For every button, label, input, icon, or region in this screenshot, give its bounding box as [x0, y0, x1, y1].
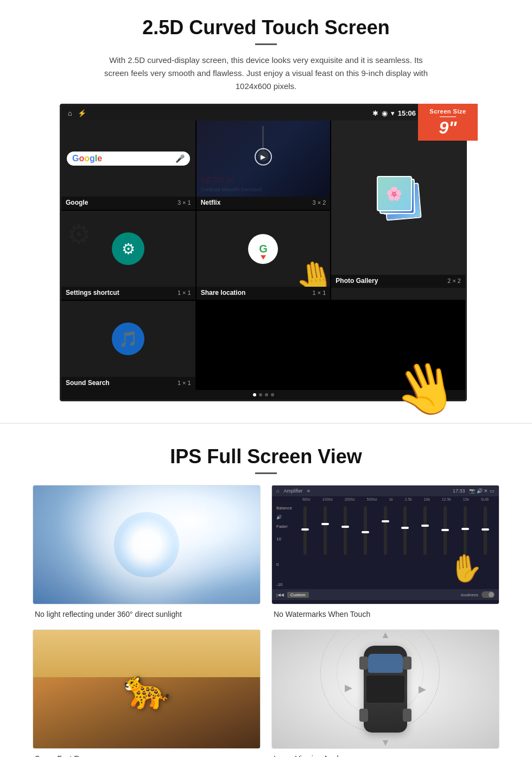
- photo-stack: 🌸: [377, 176, 420, 219]
- section2-divider: [255, 472, 277, 474]
- app-cell-netflix[interactable]: ▶ NETFLIX Continue Marvel's Daredevil Ne…: [197, 121, 331, 210]
- app-cell-sound-search[interactable]: 🎵 Sound Search 1 × 1: [61, 301, 195, 390]
- share-loc-app-size: 1 × 1: [313, 289, 326, 296]
- eq-bar-3: [336, 506, 354, 555]
- touch-hand-overlay: 🤚: [292, 256, 331, 287]
- eq-bar-5: [376, 506, 395, 555]
- share-loc-bg: G 🤚: [197, 211, 331, 287]
- section2-title: IPS Full Screen View: [33, 445, 499, 468]
- amplifier-visual: ⌂ Amplifier ≡ 17:33 📷 🔊 ✕ ▭ 60hz100hz200…: [272, 485, 499, 604]
- status-time: 15:06: [398, 109, 416, 117]
- section-ips: IPS Full Screen View No light reflecting…: [0, 434, 532, 757]
- gear-icon: ⚙: [122, 240, 135, 258]
- gallery-app-name: Photo Gallery: [335, 277, 378, 285]
- netflix-app-size: 3 × 2: [313, 199, 326, 206]
- feature-grid: No light reflecting under 360° direct su…: [33, 485, 499, 757]
- sound-search-inner: 🎵: [61, 301, 195, 377]
- sunlight-visual: [33, 485, 260, 604]
- amp-eq-area: Balance 🔊 Fader 10 0 -10: [272, 501, 499, 589]
- settings-label-row: Settings shortcut 1 × 1: [61, 287, 195, 300]
- eq-bar-8: [436, 506, 454, 555]
- amp-time: 17:33: [453, 488, 465, 494]
- google-search-bar[interactable]: Google 🎤: [67, 152, 190, 166]
- location-icon: ◉: [382, 109, 388, 117]
- amplifier-label: No Watermarks When Touch: [271, 610, 499, 619]
- microphone-icon: 🎤: [175, 154, 185, 163]
- amp-bottom: |◀◀ Custom loudness: [272, 589, 499, 600]
- cheetah-label: Super Fast Response: [33, 754, 261, 757]
- eq-bar-6: [396, 506, 415, 555]
- custom-button[interactable]: Custom: [287, 592, 309, 598]
- google-app-name: Google: [66, 199, 88, 206]
- settings-bg: ⚙ ⚙: [61, 211, 195, 287]
- eq-bars: [296, 506, 495, 555]
- section-curved-touch: 2.5D Curved Touch Screen With 2.5D curve…: [0, 0, 532, 412]
- section1-description: With 2.5D curved-display screen, this de…: [103, 54, 429, 93]
- feature-car: ▲ ▶ ▲ ◀ Large Viewing Angle: [271, 629, 499, 757]
- car-wheel-br: [403, 709, 411, 722]
- car-arrow-right: ▶: [419, 683, 426, 695]
- amp-levels: 10: [276, 537, 294, 541]
- dot-4: [271, 393, 274, 396]
- eq-bar-2: [316, 506, 334, 555]
- app-cell-share-location[interactable]: G 🤚 Share location 1 × 1: [197, 211, 331, 300]
- sunlight-label: No light reflecting under 360° direct su…: [33, 610, 261, 619]
- netflix-bg: ▶ NETFLIX Continue Marvel's Daredevil: [197, 121, 331, 197]
- netflix-app-name: Netflix: [201, 199, 221, 206]
- car-body: [364, 646, 407, 733]
- google-app-inner: Google 🎤: [61, 121, 195, 197]
- section1-divider: [255, 43, 277, 45]
- bluetooth-icon: ✱: [372, 109, 378, 117]
- car-top-view: ▲ ▶ ▲ ◀: [364, 646, 407, 733]
- car-arrow-left: ◀: [345, 683, 352, 695]
- cheetah-visual: 🐆: [33, 630, 260, 748]
- amp-title: Amplifier: [283, 488, 302, 494]
- google-app-size: 3 × 1: [178, 199, 191, 206]
- dot-2: [259, 393, 262, 396]
- dot-1: [253, 393, 256, 396]
- car-windshield: [368, 654, 403, 673]
- netflix-play-button[interactable]: ▶: [255, 148, 272, 166]
- share-location-inner: G 🤚: [197, 211, 331, 287]
- android-screen: ⌂ ⚡ ✱ ◉ ▾ 15:06 📷 🔊 ✕ ▭: [60, 104, 467, 401]
- eq-bar-9: [456, 506, 474, 555]
- eq-hand-icon: ✋: [448, 551, 484, 585]
- amp-icons: 📷 🔊 ✕ ▭: [469, 488, 495, 494]
- settings-app-name: Settings shortcut: [66, 289, 119, 297]
- section-divider: [0, 423, 532, 424]
- app-cell-gallery[interactable]: 🌸 Photo Gallery 2 × 2: [331, 121, 465, 300]
- badge-size: 9": [426, 119, 470, 136]
- car-wheel-bl: [359, 709, 368, 722]
- amp-home-icon: ⌂: [276, 488, 279, 494]
- pagination-dots: [61, 390, 465, 400]
- car-arrow-top: ▲: [381, 629, 390, 641]
- status-bar-left: ⌂ ⚡: [68, 109, 86, 117]
- feature-amplifier: ⌂ Amplifier ≡ 17:33 📷 🔊 ✕ ▭ 60hz100hz200…: [271, 485, 499, 619]
- amp-header: ⌂ Amplifier ≡ 17:33 📷 🔊 ✕ ▭: [272, 485, 499, 496]
- device-wrapper: Screen Size 9" ⌂ ⚡ ✱ ◉ ▾ 15:06 📷: [33, 104, 499, 401]
- app-cell-settings[interactable]: ⚙ ⚙ Settings shortcut 1 × 1: [61, 211, 195, 300]
- gallery-bg: 🌸: [331, 121, 465, 275]
- car-image: ▲ ▶ ▲ ◀: [271, 629, 499, 749]
- google-search: Google 🎤: [61, 141, 195, 176]
- app-cell-google[interactable]: Google 🎤 Google 3 × 1: [61, 121, 195, 210]
- loudness-toggle[interactable]: [482, 591, 495, 598]
- gallery-app-size: 2 × 2: [447, 277, 461, 284]
- google-maps-icon: G: [248, 234, 278, 264]
- eq-bar-7: [416, 506, 434, 555]
- car-wheel-tl: [359, 657, 368, 670]
- car-roof: [366, 676, 404, 703]
- cheetah-image: 🐆: [33, 629, 261, 749]
- eq-bar-10: [476, 506, 495, 555]
- screen-size-badge: Screen Size 9": [418, 104, 478, 141]
- settings-circle: ⚙: [112, 232, 144, 265]
- wifi-icon: ▾: [391, 109, 395, 117]
- sound-search-app-size: 1 × 1: [178, 380, 191, 386]
- settings-app-inner: ⚙ ⚙: [61, 211, 195, 287]
- badge-line: [440, 116, 456, 117]
- amplifier-image: ⌂ Amplifier ≡ 17:33 📷 🔊 ✕ ▭ 60hz100hz200…: [271, 485, 499, 604]
- usb-icon: ⚡: [78, 109, 86, 117]
- settings-app-size: 1 × 1: [178, 289, 191, 296]
- home-icon: ⌂: [68, 109, 72, 117]
- eq-bar-1: [296, 506, 314, 555]
